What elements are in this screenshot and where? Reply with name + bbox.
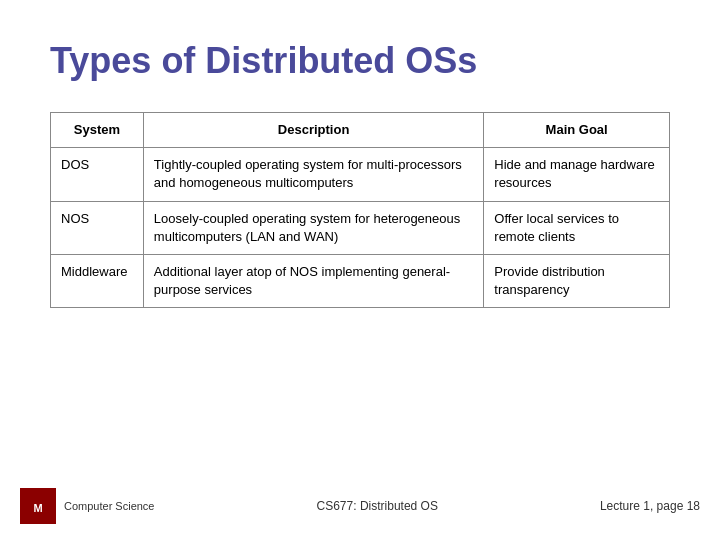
footer-course: CS677: Distributed OS: [317, 499, 438, 513]
cell-description: Loosely-coupled operating system for het…: [143, 201, 483, 254]
footer: M Computer Science CS677: Distributed OS…: [0, 488, 720, 524]
cell-description: Tightly-coupled operating system for mul…: [143, 148, 483, 201]
cell-goal: Provide distribution transparency: [484, 254, 670, 307]
table-container: System Description Main Goal DOSTightly-…: [50, 112, 670, 308]
cell-system: Middleware: [51, 254, 144, 307]
header-goal: Main Goal: [484, 113, 670, 148]
umass-logo-icon: M: [20, 488, 56, 524]
cell-description: Additional layer atop of NOS implementin…: [143, 254, 483, 307]
cell-goal: Hide and manage hardware resources: [484, 148, 670, 201]
content-table: System Description Main Goal DOSTightly-…: [50, 112, 670, 308]
cell-system: NOS: [51, 201, 144, 254]
slide: Types of Distributed OSs System Descript…: [0, 0, 720, 540]
slide-title: Types of Distributed OSs: [50, 40, 670, 82]
header-description: Description: [143, 113, 483, 148]
footer-page: Lecture 1, page 18: [600, 499, 700, 513]
footer-dept-label: Computer Science: [64, 500, 155, 512]
table-row: MiddlewareAdditional layer atop of NOS i…: [51, 254, 670, 307]
footer-center: CS677: Distributed OS: [317, 499, 438, 513]
cell-system: DOS: [51, 148, 144, 201]
table-row: NOSLoosely-coupled operating system for …: [51, 201, 670, 254]
footer-left: M Computer Science: [20, 488, 155, 524]
footer-right: Lecture 1, page 18: [600, 499, 700, 513]
table-header-row: System Description Main Goal: [51, 113, 670, 148]
header-system: System: [51, 113, 144, 148]
table-row: DOSTightly-coupled operating system for …: [51, 148, 670, 201]
cell-goal: Offer local services to remote clients: [484, 201, 670, 254]
svg-text:M: M: [33, 502, 42, 514]
